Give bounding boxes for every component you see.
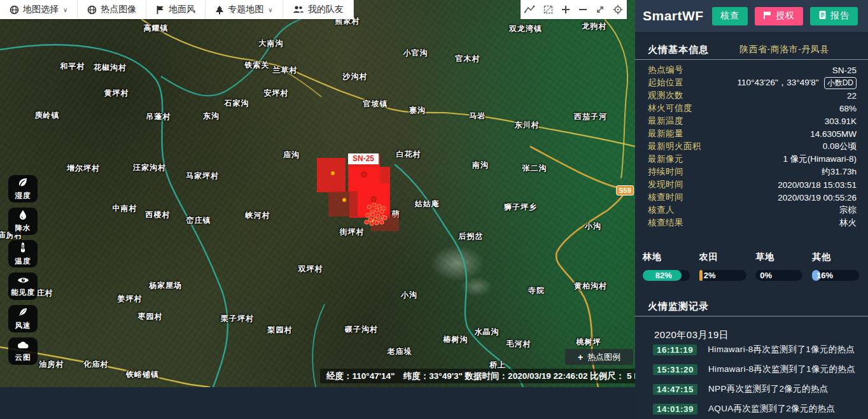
info-row-label: 核查时间: [648, 192, 683, 203]
map-canvas[interactable]: 高耀镇大南沟和平村花椒沟村铁索关兰草村黄坪村安坪村石家沟庾岭镇吊蓬村东沟熊家村双…: [0, 0, 635, 387]
toolbar-item-label: 地图选择: [23, 4, 59, 15]
fire-pixel-square[interactable]: [317, 158, 346, 192]
record-text: NPP再次监测到了2像元的热点: [708, 383, 828, 395]
info-row-label: 最新温度: [648, 115, 683, 127]
toolbar-item-thematic-map[interactable]: 专题地图∨: [206, 0, 283, 19]
measure-area-icon[interactable]: [543, 5, 553, 14]
toolbar-item-my-team[interactable]: 我的队友: [283, 0, 354, 19]
landuse-percent: 2%: [704, 270, 716, 281]
weather-button-feather[interactable]: 风速: [8, 305, 38, 332]
toolbar-item-label: 我的队友: [308, 4, 344, 15]
zoom-in-icon[interactable]: [561, 5, 570, 14]
eye-icon: [17, 275, 29, 287]
record-time-badge: 16:11:19: [653, 344, 697, 355]
weather-button-eye[interactable]: 能见度: [8, 273, 38, 300]
weather-button-label: 降水: [15, 224, 31, 233]
record-text: AQUA再次监测到了2像元的热点: [708, 403, 835, 415]
fire-hotspot-dot: [371, 197, 377, 202]
weather-button-label: 湿度: [15, 191, 31, 201]
info-row-label: 发现时间: [648, 179, 683, 190]
fire-hotspot-dot: [375, 208, 379, 213]
road-badge-s59: S59: [616, 185, 634, 195]
info-row-value: 22: [847, 91, 857, 101]
landuse-progress-track: 16%: [812, 270, 859, 281]
zoom-out-icon[interactable]: [578, 5, 587, 14]
toolbar-item-ground-wind[interactable]: 地面风: [146, 0, 206, 19]
panel-actions: 核查授权报告: [712, 7, 858, 25]
toolbar-item-map-select[interactable]: 地图选择∨: [0, 0, 78, 19]
map-status-bar: 经度：110°47'14" 纬度：33°49'3" 数据时间：2020/03/1…: [320, 369, 635, 383]
records-title: 火情监测记录: [648, 301, 709, 313]
fire-pixel-square[interactable]: [328, 191, 358, 217]
info-row: 最新温度303.91K: [648, 115, 857, 127]
fullscreen-icon[interactable]: [596, 5, 605, 14]
info-row-label: 最新像元: [648, 153, 683, 165]
info-row-value: 68%: [839, 104, 857, 113]
chevron-down-icon: ∨: [268, 6, 272, 13]
weather-button-droplet[interactable]: 降水: [8, 208, 38, 235]
record-row[interactable]: 14:01:39AQUA再次监测到了2像元的热点: [653, 403, 868, 415]
info-row-value: 14.6305MW: [810, 129, 857, 139]
flag-icon: [763, 11, 772, 22]
landuse-percent: 16%: [816, 270, 833, 281]
landuse-label: 林地: [643, 252, 691, 263]
weather-button-leaf[interactable]: 湿度: [8, 175, 38, 202]
map-tool-box: [521, 0, 627, 19]
record-text: Himawari-8再次监测到了1像元的热点: [708, 344, 855, 355]
fire-hotspot-dot: [331, 171, 335, 175]
info-row-value: 110°43'26"，33°49'8": [738, 77, 819, 89]
record-time-badge: 15:31:20: [653, 364, 697, 375]
panel-action-报告[interactable]: 报告: [810, 7, 858, 25]
landuse-label: 其他: [812, 252, 860, 263]
fire-hotspot-dot: [367, 205, 372, 210]
document-icon: [818, 10, 827, 22]
info-row-label: 林火可信度: [648, 103, 692, 114]
info-row-value: 宗棕: [839, 204, 857, 216]
measure-line-icon[interactable]: [524, 5, 535, 14]
fire-hotspot-dot: [375, 221, 379, 225]
info-row-value: 2020/03/18 15:03:51: [778, 180, 857, 190]
record-time-badge: 14:01:39: [653, 404, 697, 415]
record-row[interactable]: 14:47:15NPP再次监测到了2像元的热点: [653, 383, 868, 395]
info-row: 起始位置110°43'26"，33°49'8"小数DD: [648, 76, 857, 89]
panel-action-label: 报告: [830, 10, 850, 22]
info-row-value: 303.91K: [825, 117, 857, 126]
info-row-label: 热点编号: [648, 64, 683, 76]
info-row-label: 起始位置: [648, 77, 683, 89]
divider: [635, 316, 868, 316]
fire-hotspot-dot: [383, 216, 388, 220]
weather-button-thermometer[interactable]: 温度: [8, 240, 38, 267]
weather-button-label: 云图: [15, 353, 31, 362]
fire-hotspot-dot: [365, 220, 369, 225]
toolbar-item-hotspot-image[interactable]: 热点图像: [78, 0, 146, 19]
records-section-head: 火情监测记录: [635, 297, 868, 316]
record-row[interactable]: 16:11:19Himawari-8再次监测到了1像元的热点: [653, 344, 868, 355]
fire-info-title: 火情基本信息: [648, 44, 709, 56]
panel-action-label: 授权: [776, 10, 795, 22]
decimal-dd-toggle-button[interactable]: 小数DD: [824, 77, 857, 89]
roads-rivers-layer: [0, 0, 635, 387]
legend-label: 热点图例: [587, 352, 620, 363]
thermometer-icon: [20, 242, 26, 255]
hotspot-legend-button[interactable]: + 热点图例: [565, 349, 633, 365]
tree-icon: [215, 5, 224, 15]
fire-info-section-head: 火情基本信息 陕西省-商洛市-丹凤县: [635, 40, 868, 59]
droplet-icon: [18, 210, 27, 222]
fire-hotspot-label[interactable]: SN-25: [348, 153, 379, 164]
weather-button-cloud[interactable]: 云图: [8, 337, 38, 365]
leaf-icon: [17, 177, 29, 190]
landuse-column: 林地82%: [643, 252, 691, 281]
weather-button-label: 温度: [15, 257, 31, 266]
locate-icon[interactable]: [613, 4, 623, 15]
record-row[interactable]: 15:31:20Himawari-8再次监测到了1像元的热点: [653, 364, 868, 375]
landuse-progress-fill: [699, 270, 703, 281]
fire-region: 陕西省-商洛市-丹凤县: [739, 44, 829, 55]
info-row-value: 1 像元(Himawari-8): [783, 153, 857, 165]
panel-action-授权[interactable]: 授权: [755, 7, 803, 25]
plus-icon: +: [578, 352, 583, 362]
panel-action-核查[interactable]: 核查: [712, 7, 748, 25]
info-row-label: 持续时间: [648, 166, 683, 178]
landuse-column: 农田2%: [699, 252, 748, 281]
landuse-percent: 82%: [655, 270, 672, 281]
fire-hotspot-dot: [372, 203, 377, 208]
